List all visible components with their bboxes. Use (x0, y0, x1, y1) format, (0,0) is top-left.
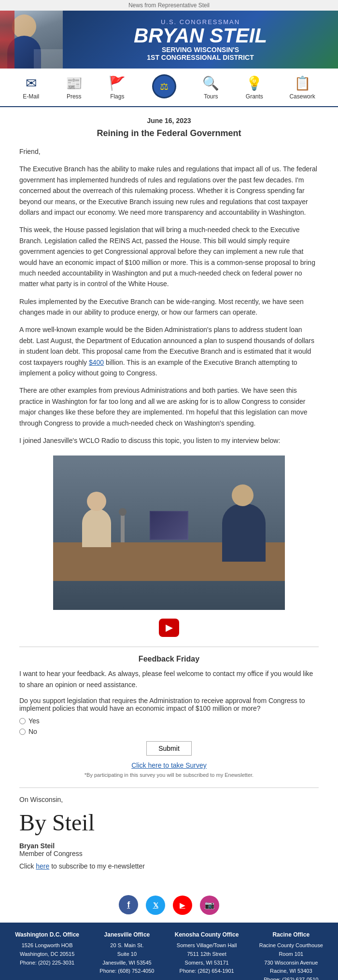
youtube-icon: ▶ (166, 623, 172, 633)
nav-tours[interactable]: 🔍 Tours (202, 75, 219, 100)
kenosha-office-title: Kenosha County Office (175, 930, 239, 939)
instagram-icon[interactable]: 📷 (200, 896, 219, 915)
press-icon: 📰 (66, 75, 83, 91)
header-name: BRYAN STEIL (72, 26, 328, 46)
newsletter-suffix: to subscribe to my e-newsletter (49, 862, 145, 870)
feedback-intro: I want to hear your feedback. As always,… (19, 668, 319, 690)
newsletter-prefix: Click (19, 862, 36, 870)
footer-dc-office: Washington D.C. Office 1526 Longworth HO… (15, 930, 79, 980)
article-title: Reining in the Federal Government (19, 128, 319, 138)
dc-phone: Phone: (202) 225-3031 (20, 960, 74, 966)
survey-note: *By participating in this survey you wil… (19, 772, 319, 778)
footer-racine-office: Racine Office Racine County Courthouse R… (259, 930, 323, 980)
signer-title: Member of Congress (19, 850, 319, 857)
nav-flags-label: Flags (110, 93, 124, 100)
tours-icon: 🔍 (202, 75, 219, 91)
nav-casework[interactable]: 📋 Casework (289, 75, 315, 100)
nav-grants[interactable]: 💡 Grants (246, 75, 263, 100)
closing-section: On Wisconsin, By Steil Bryan Steil Membe… (19, 796, 319, 870)
paragraph-2: This week, the House passed legislation … (19, 224, 319, 289)
radio-no-option: No (19, 728, 319, 735)
paragraph-4: A more well-known example would be the B… (19, 324, 319, 378)
janesville-phone: Phone: (608) 752-4050 (99, 968, 154, 974)
racine-office-title: Racine Office (259, 930, 323, 939)
nav-press[interactable]: 📰 Press (66, 75, 83, 100)
racine-city: Racine, WI 53403 (270, 968, 312, 974)
radio-no-label: No (28, 728, 37, 735)
janesville-address2: Suite 10 (117, 951, 137, 957)
youtube-button[interactable]: ▶ (159, 619, 179, 637)
nav-press-label: Press (67, 93, 82, 100)
twitter-icon[interactable]: 𝕏 (146, 896, 165, 915)
nav-grants-label: Grants (246, 93, 263, 100)
kenosha-city: Somers, WI 53171 (185, 960, 229, 966)
survey-link[interactable]: Click here to take Survey (19, 761, 319, 769)
casework-icon: 📋 (294, 75, 311, 91)
racine-address: Racine County Courthouse (259, 942, 323, 948)
video-thumbnail (53, 455, 285, 610)
video-container: ▶ (19, 455, 319, 637)
header-banner: U.S. CONGRESSMAN BRYAN STEIL SERVING WIS… (0, 11, 338, 69)
header-district: 1ST CONGRESSIONAL DISTRICT (72, 54, 328, 61)
paragraph-3: Rules implemented by the Executive Branc… (19, 296, 319, 318)
submit-btn-container: Submit (19, 741, 319, 756)
janesville-office-title: Janesville Office (99, 930, 154, 939)
paragraph-5: There are other examples from previous A… (19, 385, 319, 428)
nav-email-label: E-Mail (23, 93, 39, 100)
dc-office-title: Washington D.C. Office (15, 930, 79, 939)
dc-city: Washington, DC 20515 (20, 951, 74, 957)
paragraph-1: The Executive Branch has the ability to … (19, 164, 319, 218)
youtube-social-icon[interactable]: ▶ (173, 896, 192, 915)
nav-tours-label: Tours (204, 93, 218, 100)
nav-casework-label: Casework (289, 93, 315, 100)
footer-kenosha-office: Kenosha County Office Somers Village/Tow… (175, 930, 239, 980)
article-date: June 16, 2023 (19, 117, 319, 124)
divider-1 (19, 647, 319, 647)
header-serving: SERVING WISCONSIN'S (72, 46, 328, 54)
seal-icon: ⚖ (160, 81, 169, 92)
signer-name: Bryan Steil (19, 842, 319, 850)
footer-janesville-office: Janesville Office 20 S. Main St. Suite 1… (99, 930, 154, 980)
top-bar: News from Representative Steil (0, 0, 338, 11)
racine-address3: 730 Wisconsin Avenue (264, 960, 318, 966)
racine-address2: Room 101 (279, 951, 303, 957)
nav-bar: ✉ E-Mail 📰 Press 🚩 Flags ⚖ 🔍 Tours 💡 Gra… (0, 69, 338, 107)
email-container: News from Representative Steil U.S. CONG… (0, 0, 338, 980)
content-area: June 16, 2023 Reining in the Federal Gov… (0, 107, 338, 887)
nav-email[interactable]: ✉ E-Mail (23, 75, 39, 100)
radio-yes[interactable] (19, 718, 26, 724)
paragraph-6: I joined Janesville's WCLO Radio to disc… (19, 435, 319, 446)
newsletter-link[interactable]: here (36, 862, 49, 870)
radio-yes-option: Yes (19, 717, 319, 725)
signature: By Steil (19, 808, 319, 837)
submit-button[interactable]: Submit (146, 741, 192, 756)
facebook-icon[interactable]: f (119, 895, 138, 914)
newsletter-line: Click here to subscribe to my e-newslett… (19, 862, 319, 870)
email-icon: ✉ (26, 75, 37, 91)
racine-phone: Phone: (262) 637-0510 (264, 977, 318, 980)
feedback-title: Feedback Friday (19, 655, 319, 663)
survey-question: Do you support legislation that requires… (19, 697, 319, 712)
flags-icon: 🚩 (109, 75, 126, 91)
loan-amount-link[interactable]: $400 (89, 359, 104, 366)
radio-no[interactable] (19, 729, 26, 735)
closing-text: On Wisconsin, (19, 796, 319, 803)
kenosha-phone: Phone: (262) 654-1901 (180, 968, 234, 974)
top-bar-text: News from Representative Steil (128, 2, 210, 9)
social-bar: f 𝕏 ▶ 📷 (0, 887, 338, 923)
survey-question-text: Do you support legislation that requires… (19, 697, 319, 712)
congressman-photo (0, 11, 63, 69)
nav-seal[interactable]: ⚖ (152, 74, 176, 100)
janesville-city: Janesville, WI 53545 (102, 960, 152, 966)
header-text-area: U.S. CONGRESSMAN BRYAN STEIL SERVING WIS… (63, 11, 338, 69)
kenosha-address: Somers Village/Town Hall (177, 942, 237, 948)
dc-address: 1526 Longworth HOB (22, 942, 73, 948)
kenosha-address2: 7511 12th Street (187, 951, 226, 957)
divider-2 (19, 787, 319, 788)
greeting: Friend, (19, 146, 319, 157)
radio-yes-label: Yes (28, 717, 40, 725)
grants-icon: 💡 (246, 75, 263, 91)
house-seal: ⚖ (152, 74, 176, 98)
nav-flags[interactable]: 🚩 Flags (109, 75, 126, 100)
footer-bar: Washington D.C. Office 1526 Longworth HO… (0, 923, 338, 980)
